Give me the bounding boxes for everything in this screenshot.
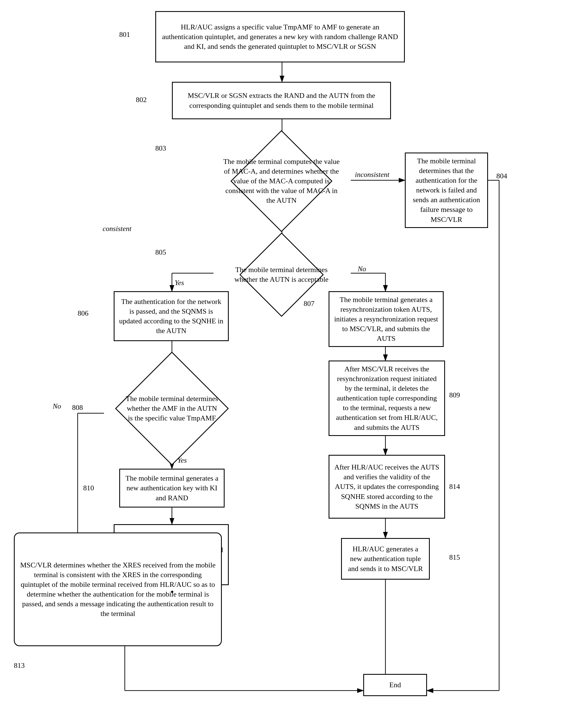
- node-803-wrapper: The mobile terminal computes the value o…: [194, 141, 369, 220]
- node-813: MSC/VLR determines whether the XRES rece…: [14, 532, 222, 646]
- label-no-808: No: [53, 402, 61, 410]
- step-810: 810: [83, 484, 94, 492]
- label-yes-808: Yes: [177, 456, 187, 465]
- node-809: After MSC/VLR receives the resynchroniza…: [329, 361, 445, 436]
- node-808-wrapper: The mobile terminal determines whether t…: [108, 363, 236, 453]
- step-802: 802: [136, 96, 147, 104]
- step-801: 801: [119, 31, 130, 39]
- node-810: The mobile terminal generates a new auth…: [119, 469, 225, 508]
- node-804: The mobile terminal determines that the …: [405, 153, 488, 228]
- step-814: 814: [449, 483, 460, 491]
- node-814: After HLR/AUC receives the AUTS and veri…: [329, 455, 445, 519]
- node-808-text: The mobile terminal determines whether t…: [125, 394, 219, 423]
- label-consistent: consistent: [103, 225, 131, 233]
- step-809: 809: [449, 391, 460, 399]
- step-806: 806: [78, 309, 88, 318]
- node-end: End: [363, 674, 427, 696]
- node-803-text: The mobile terminal computes the value o…: [222, 157, 341, 205]
- node-807: The mobile terminal generates a resynchr…: [329, 291, 444, 347]
- node-815: HLR/AUC generates a new authentication t…: [341, 538, 430, 580]
- step-808: 808: [72, 404, 83, 412]
- step-804: 804: [496, 172, 507, 180]
- label-no-805: No: [358, 265, 366, 273]
- node-806: The authentication for the network is pa…: [114, 291, 229, 341]
- step-803: 803: [155, 144, 166, 153]
- step-805: 805: [155, 248, 166, 257]
- step-813: 813: [14, 661, 25, 670]
- node-801: HLR/AUC assigns a specific value TmpAMF …: [155, 11, 405, 62]
- node-805-text: The mobile terminal determines whether t…: [225, 265, 338, 284]
- step-815: 815: [449, 553, 460, 562]
- diagram-container: HLR/AUC assigns a specific value TmpAMF …: [0, 0, 564, 728]
- label-inconsistent: inconsistent: [355, 171, 389, 179]
- dot-811-813: [171, 591, 173, 593]
- node-802: MSC/VLR or SGSN extracts the RAND and th…: [172, 82, 391, 119]
- step-807: 807: [304, 300, 314, 308]
- label-yes-805: Yes: [175, 279, 184, 287]
